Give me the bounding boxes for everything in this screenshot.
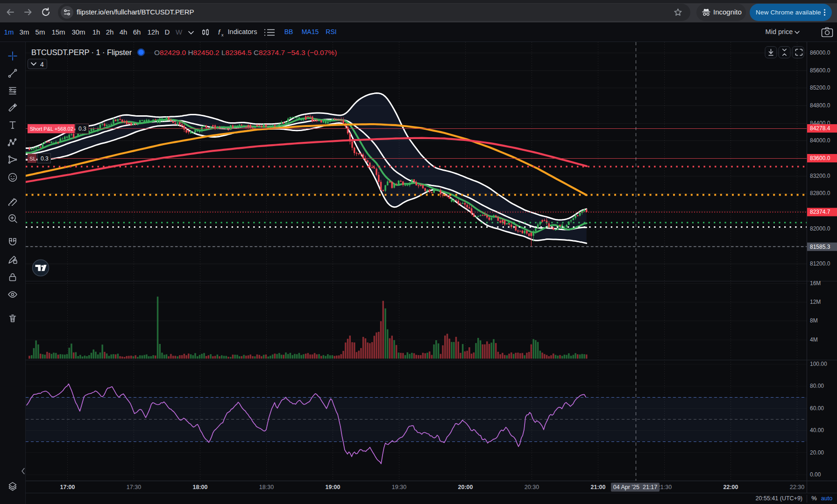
svg-text:80.00: 80.00: [810, 383, 824, 389]
svg-text:60.00: 60.00: [810, 405, 824, 412]
svg-text:18:00: 18:00: [193, 484, 208, 490]
svg-text:%: %: [811, 495, 817, 502]
svg-text:0.00: 0.00: [810, 471, 821, 478]
svg-text:86000.0: 86000.0: [810, 49, 830, 56]
svg-text:0.3: 0.3: [41, 155, 49, 162]
svg-text:84000.0: 84000.0: [810, 137, 830, 144]
svg-text:17:00: 17:00: [60, 484, 75, 490]
svg-text:85600.0: 85600.0: [810, 67, 830, 74]
svg-text:SL: SL: [29, 156, 36, 161]
svg-text:19:30: 19:30: [392, 484, 406, 490]
svg-text:100.00: 100.00: [810, 361, 827, 367]
svg-text:22:00: 22:00: [724, 484, 738, 490]
svg-text:20.00: 20.00: [810, 449, 824, 456]
svg-text:83600.0: 83600.0: [810, 155, 830, 161]
svg-text:12M: 12M: [810, 299, 821, 305]
svg-text:f: f: [218, 28, 221, 36]
svg-text:auto: auto: [821, 495, 832, 502]
svg-text:BTCUSDT.PERP · 1 · Flipster: BTCUSDT.PERP · 1 · Flipster: [31, 48, 132, 56]
svg-text:22:30: 22:30: [790, 484, 804, 490]
svg-text:21:00: 21:00: [591, 484, 606, 490]
svg-text:16M: 16M: [810, 280, 821, 287]
svg-text:82000.0: 82000.0: [810, 225, 830, 232]
svg-text:0.3: 0.3: [78, 126, 86, 132]
svg-text:8M: 8M: [810, 317, 818, 324]
svg-text:04 Apr ’25 21:17: 04 Apr ’25 21:17: [613, 484, 658, 490]
svg-text:82800.0: 82800.0: [810, 190, 830, 196]
svg-text:4: 4: [40, 61, 44, 68]
svg-text:85200.0: 85200.0: [810, 84, 830, 91]
svg-text:81585.3: 81585.3: [810, 244, 830, 250]
svg-text:4M: 4M: [810, 336, 818, 343]
svg-text:20:00: 20:00: [458, 484, 473, 490]
svg-text:O82429.0 H82450.2 L82364.5 C82: O82429.0 H82450.2 L82364.5 C82374.7 −54.…: [154, 49, 337, 56]
svg-text:Short P&L +568.02: Short P&L +568.02: [30, 126, 73, 132]
svg-text:x: x: [221, 33, 224, 37]
svg-text:20:30: 20:30: [525, 484, 539, 490]
svg-text:81200.0: 81200.0: [810, 260, 830, 267]
svg-text:40.00: 40.00: [810, 427, 824, 434]
svg-text:84800.0: 84800.0: [810, 102, 830, 109]
svg-text:17:30: 17:30: [127, 484, 141, 490]
svg-text:82374.7: 82374.7: [810, 209, 830, 215]
svg-text:83200.0: 83200.0: [810, 173, 830, 179]
svg-text:19:00: 19:00: [326, 484, 340, 490]
svg-text:20:55:41 (UTC+9): 20:55:41 (UTC+9): [756, 495, 802, 502]
svg-text:18:30: 18:30: [259, 484, 274, 490]
svg-text:84278.4: 84278.4: [810, 125, 830, 132]
